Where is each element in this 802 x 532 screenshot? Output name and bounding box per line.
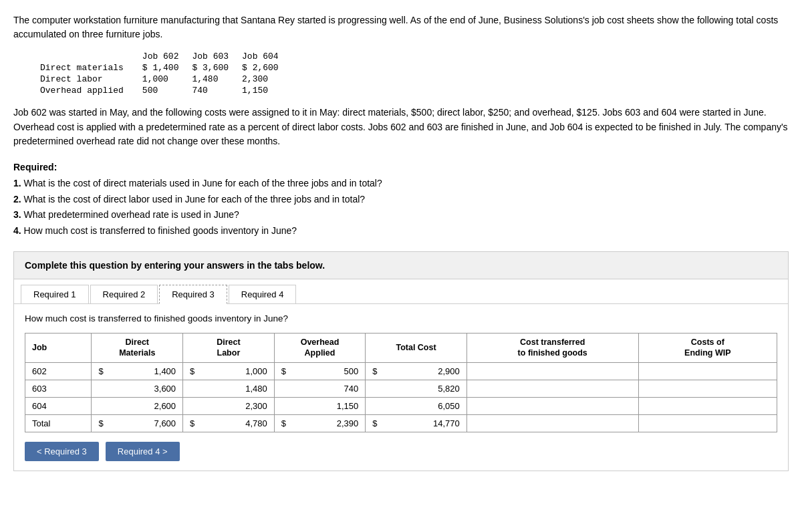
cell-dl-sym-602: $ — [183, 362, 202, 380]
cell-dl-val-604: 2,300 — [201, 397, 274, 414]
cell-dl-sym-604 — [183, 397, 202, 414]
cell-oh-sym-602: $ — [274, 362, 293, 380]
req-num-2: 2. — [13, 194, 21, 205]
cell-tc-sym-603 — [366, 380, 384, 397]
cell-dm-sym-603 — [92, 380, 110, 397]
cell-dl-val-602: 1,000 — [201, 362, 274, 380]
cell-job-total: Total — [25, 414, 92, 432]
cell-oh-sym-603 — [274, 380, 293, 397]
cell-oh-val-604: 1,150 — [293, 397, 366, 414]
input-ctfg-602[interactable] — [578, 366, 632, 376]
cell-job-603: 603 — [25, 380, 92, 397]
req-text-2: What is the cost of direct labor used in… — [24, 194, 366, 205]
intro-paragraph: The computer workstation furniture manuf… — [13, 13, 789, 41]
cell-tc-val-603: 5,820 — [384, 380, 467, 397]
table-row: Overhead applied 500 740 1,150 — [40, 85, 289, 96]
data-table: Job DirectMaterials DirectLabor Overhead… — [25, 333, 777, 432]
table-row: Direct labor 1,000 1,480 2,300 — [40, 74, 289, 85]
tab-required1[interactable]: Required 1 — [21, 285, 89, 303]
cell-ewip-604[interactable] — [638, 397, 777, 414]
req-text-3: What predetermined overhead rate is used… — [24, 209, 239, 220]
cell-oh-sym-total: $ — [274, 414, 293, 432]
cell-dl-603: 1,480 — [189, 74, 239, 85]
tab-required3[interactable]: Required 3 — [159, 285, 227, 304]
cell-dm-603: $ 3,600 — [189, 62, 239, 74]
cell-job-604: 604 — [25, 397, 92, 414]
req-num-3: 3. — [13, 209, 21, 220]
cell-tc-val-604: 6,050 — [384, 397, 467, 414]
row-label-dm: Direct materials — [40, 62, 140, 74]
table-row: 604 2,600 2,300 1,150 6,050 — [25, 397, 777, 414]
cost-table: Job 602 Job 603 Job 604 Direct materials… — [40, 51, 289, 96]
cell-oh-602: 500 — [140, 85, 190, 96]
cell-dl-604: 2,300 — [239, 74, 289, 85]
input-ctfg-604[interactable] — [578, 401, 632, 411]
tabs-row: Required 1 Required 2 Required 3 Require… — [14, 279, 788, 304]
cell-tc-val-total: 14,770 — [384, 414, 467, 432]
table-row: 602 $ 1,400 $ 1,000 $ 500 $ 2,900 — [25, 362, 777, 380]
cell-ctfg-604[interactable] — [466, 397, 638, 414]
table-row: Direct materials $ 1,400 $ 3,600 $ 2,600 — [40, 62, 289, 74]
cell-dm-val-total: 7,600 — [110, 414, 183, 432]
cell-dl-602: 1,000 — [140, 74, 190, 85]
th-direct-materials: DirectMaterials — [92, 334, 183, 363]
cell-dm-sym-602: $ — [92, 362, 110, 380]
input-ctfg-603[interactable] — [578, 384, 632, 394]
input-ewip-604[interactable] — [716, 401, 770, 411]
input-ewip-total[interactable] — [716, 418, 770, 428]
cell-ctfg-602[interactable] — [466, 362, 638, 380]
cell-dl-sym-603 — [183, 380, 202, 397]
cell-oh-604: 1,150 — [239, 85, 289, 96]
col-header-job603: Job 603 — [189, 51, 239, 62]
cell-oh-603: 740 — [189, 85, 239, 96]
tab-required4[interactable]: Required 4 — [229, 285, 297, 303]
tab-content-required3: How much cost is transferred to finished… — [14, 304, 788, 471]
cell-dm-val-602: 1,400 — [110, 362, 183, 380]
col-header-job604: Job 604 — [239, 51, 289, 62]
cell-dm-sym-total: $ — [92, 414, 110, 432]
cell-dm-val-604: 2,600 — [110, 397, 183, 414]
th-total-cost: Total Cost — [366, 334, 466, 363]
cell-tc-val-602: 2,900 — [384, 362, 467, 380]
input-ctfg-total[interactable] — [578, 418, 632, 428]
req-text-4: How much cost is transferred to finished… — [24, 225, 297, 236]
cell-job-602: 602 — [25, 362, 92, 380]
cell-dm-602: $ 1,400 — [140, 62, 190, 74]
cell-dm-604: $ 2,600 — [239, 62, 289, 74]
cell-ctfg-603[interactable] — [466, 380, 638, 397]
table-row: 603 3,600 1,480 740 5,820 — [25, 380, 777, 397]
cell-ewip-602[interactable] — [638, 362, 777, 380]
required-section: Required: 1. What is the cost of direct … — [13, 160, 789, 239]
row-label-dl: Direct labor — [40, 74, 140, 85]
cell-oh-val-602: 500 — [293, 362, 366, 380]
cell-oh-val-total: 2,390 — [293, 414, 366, 432]
cell-dl-sym-total: $ — [183, 414, 202, 432]
cell-dm-val-603: 3,600 — [110, 380, 183, 397]
row-label-oh: Overhead applied — [40, 85, 140, 96]
input-ewip-602[interactable] — [716, 366, 770, 376]
col-header-job602: Job 602 — [140, 51, 190, 62]
cell-tc-sym-604 — [366, 397, 384, 414]
cell-oh-val-603: 740 — [293, 380, 366, 397]
cell-tc-sym-602: $ — [366, 362, 384, 380]
prev-button[interactable]: < Required 3 — [25, 442, 99, 461]
complete-box: Complete this question by entering your … — [13, 251, 789, 279]
input-ewip-603[interactable] — [716, 384, 770, 394]
tabs-container: Required 1 Required 2 Required 3 Require… — [13, 279, 789, 471]
cell-ctfg-total[interactable] — [466, 414, 638, 432]
next-button[interactable]: Required 4 > — [106, 442, 180, 461]
required-title: Required: — [13, 162, 57, 172]
cell-ewip-total[interactable] — [638, 414, 777, 432]
tab-required2[interactable]: Required 2 — [90, 285, 158, 303]
cell-dm-sym-604 — [92, 397, 110, 414]
th-job: Job — [25, 334, 92, 363]
req-text-1: What is the cost of direct materials use… — [24, 178, 382, 188]
req-num-1: 1. — [13, 178, 21, 188]
th-costs-ewip: Costs ofEnding WIP — [638, 334, 777, 363]
tab-question: How much cost is transferred to finished… — [25, 313, 777, 323]
th-cost-transferred: Cost transferredto finished goods — [466, 334, 638, 363]
th-overhead-applied: OverheadApplied — [274, 334, 366, 363]
table-row-total: Total $ 7,600 $ 4,780 $ 2,390 $ 14,770 — [25, 414, 777, 432]
paragraph2: Job 602 was started in May, and the foll… — [13, 106, 789, 149]
cell-ewip-603[interactable] — [638, 380, 777, 397]
